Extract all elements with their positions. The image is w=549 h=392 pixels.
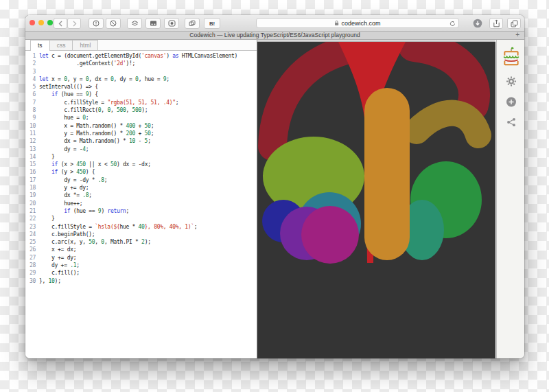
code-line: 11 y = Math.random() * 200 + 50; <box>25 130 257 137</box>
line-number: 25 <box>25 238 39 246</box>
codewich-logo[interactable] <box>502 47 520 70</box>
layers-icon <box>131 20 139 27</box>
blocked-icon <box>110 20 117 27</box>
downloads-button[interactable] <box>471 18 484 29</box>
browser-window: B! codewich.com Codewich — Live updating… <box>25 15 524 358</box>
code-line: 22 } <box>25 215 257 222</box>
line-number: 24 <box>25 231 39 238</box>
line-number: 16 <box>25 168 39 176</box>
copy-icon <box>189 20 196 27</box>
new-tab-button[interactable]: + <box>515 31 519 38</box>
line-number: 27 <box>25 254 39 262</box>
code-line: 7 c.fillStyle = "rgba(51, 51, 51, .4)"; <box>25 99 257 106</box>
hatena-b-icon: B! <box>209 21 215 27</box>
line-number: 11 <box>25 130 39 137</box>
line-number: 29 <box>25 269 39 277</box>
circle-bang-icon <box>93 20 100 27</box>
zoom-button[interactable] <box>47 20 53 25</box>
close-button[interactable] <box>30 20 35 25</box>
browser-toolbar: B! codewich.com <box>25 15 524 32</box>
back-button[interactable] <box>54 18 67 29</box>
line-number: 4 <box>25 76 39 83</box>
settings-button[interactable] <box>506 76 516 89</box>
share-button[interactable] <box>489 18 503 29</box>
code-line: 25 c.arc(x, y, 50, 0, Math.PI * 2); <box>25 238 257 246</box>
code-line: 1let c = (document.getElementById('canva… <box>25 52 257 60</box>
lock-icon <box>334 20 339 26</box>
dark-red-arc-left <box>272 49 351 146</box>
line-number: 2 <box>25 60 39 67</box>
line-number: 15 <box>25 161 39 168</box>
code-line: 27 y += dy; <box>25 254 257 262</box>
line-number: 6 <box>25 91 39 98</box>
magenta-circle <box>301 206 359 264</box>
share-icon <box>493 19 500 27</box>
url-text: codewich.com <box>341 20 380 27</box>
line-number: 7 <box>25 99 39 106</box>
extension-button-5[interactable] <box>164 18 179 29</box>
media-card-icon <box>150 20 157 27</box>
line-number: 17 <box>25 176 39 184</box>
code-line: 28 dy += .1; <box>25 262 257 269</box>
line-number: 9 <box>25 114 39 122</box>
forward-icon <box>71 21 78 27</box>
app-sidebar <box>496 40 524 358</box>
tabs-overview-icon <box>511 20 518 27</box>
code-editor[interactable]: 1let c = (document.getElementById('canva… <box>25 51 257 358</box>
share-snippet-button[interactable] <box>506 117 516 130</box>
line-number: 3 <box>25 68 39 76</box>
tab-title: Codewich — Live updating TypeScript/ES6/… <box>189 32 360 38</box>
code-line: 18 y += dy; <box>25 184 257 192</box>
extension-button-4[interactable] <box>145 18 161 29</box>
line-number: 5 <box>25 83 39 91</box>
code-line: 16 if (y > 450) { <box>25 168 257 176</box>
code-line: 10 x = Math.random() * 400 + 50; <box>25 122 257 130</box>
editor-tab-html[interactable]: html <box>72 40 98 50</box>
line-number: 26 <box>25 246 39 253</box>
code-line: 20 hue++; <box>25 200 257 207</box>
line-number: 13 <box>25 146 39 153</box>
line-number: 20 <box>25 200 39 207</box>
line-number: 14 <box>25 153 39 161</box>
page-content: ts css html 1let c = (document.getElemen… <box>25 40 524 358</box>
code-line: 30}, 10); <box>25 277 257 285</box>
code-line: 5setInterval(() => { <box>25 83 257 91</box>
editor-tab-ts[interactable]: ts <box>30 40 50 51</box>
olive-arc <box>417 113 478 135</box>
code-line: 13 dy = -4; <box>25 146 257 153</box>
line-number: 28 <box>25 262 39 269</box>
canvas-artwork <box>257 42 495 358</box>
extension-button-6[interactable] <box>185 18 200 29</box>
address-bar[interactable]: codewich.com <box>256 18 459 28</box>
share-network-icon <box>506 117 516 127</box>
line-number: 21 <box>25 207 39 215</box>
tab-bar[interactable]: Codewich — Live updating TypeScript/ES6/… <box>25 32 524 40</box>
code-line: 2 .getContext('2d')!; <box>25 60 257 67</box>
extension-button-1[interactable] <box>89 18 104 29</box>
code-line: 15 if (x > 450 || x < 50) dx = -dx; <box>25 161 257 168</box>
code-line: 3 <box>25 68 257 76</box>
extension-button-3[interactable] <box>127 18 142 29</box>
code-line: 29 c.fill(); <box>25 269 257 277</box>
code-line: 19 dx *= .8; <box>25 192 257 199</box>
line-number: 30 <box>25 277 39 285</box>
line-number: 12 <box>25 137 39 145</box>
plus-circle-icon <box>506 97 516 107</box>
extension-button-hatena[interactable]: B! <box>204 18 220 29</box>
forward-button[interactable] <box>67 18 81 29</box>
new-snippet-button[interactable] <box>506 97 516 110</box>
line-number: 8 <box>25 106 39 114</box>
dark-red-arc-right <box>414 46 474 105</box>
reload-icon <box>449 21 456 27</box>
line-number: 18 <box>25 184 39 192</box>
reload-button[interactable] <box>449 21 456 28</box>
line-number: 1 <box>25 52 39 60</box>
camera-icon <box>168 20 176 27</box>
tabs-overview-button[interactable] <box>507 18 521 29</box>
editor-tab-css[interactable]: css <box>49 40 73 50</box>
code-line: 23 c.fillStyle = `hsla(${hue * 40}, 80%,… <box>25 223 257 231</box>
extension-button-2[interactable] <box>106 18 121 29</box>
code-line: 17 dy = -dy * .8; <box>25 176 257 184</box>
minimize-button[interactable] <box>38 20 44 25</box>
line-number: 23 <box>25 223 39 231</box>
